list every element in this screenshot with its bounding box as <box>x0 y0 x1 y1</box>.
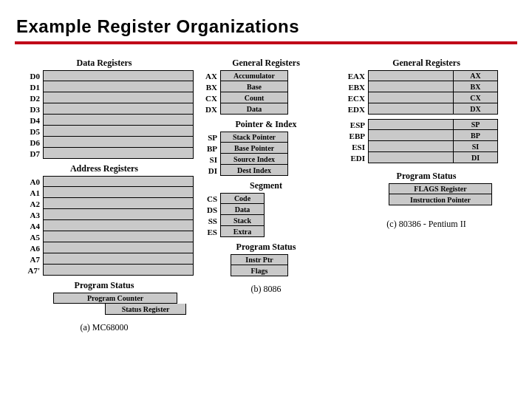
reg-box-left <box>368 103 454 115</box>
reg-label: A6 <box>15 242 43 253</box>
reg-d3: D3 <box>15 103 194 115</box>
reg-label: D4 <box>15 115 43 126</box>
reg-a0: A0 <box>15 176 194 187</box>
reg-box-right: DX <box>454 103 498 115</box>
reg-box-right: BP <box>454 130 498 141</box>
instruction-pointer-box: Instruction Pointer <box>389 194 492 205</box>
status-register-box: Status Register <box>105 304 186 315</box>
reg-label: ES <box>200 226 220 237</box>
data-registers-stack: D0 D1 D2 D3 D4 D5 D6 D7 <box>15 70 194 159</box>
reg-label: ESP <box>338 119 368 130</box>
reg-di: DIDest Index <box>200 165 332 176</box>
reg-edx: EDXDX <box>338 103 514 115</box>
reg-d2: D2 <box>15 92 194 103</box>
reg-box <box>43 137 194 148</box>
reg-edi: EDIDI <box>338 152 514 163</box>
columns: Data Registers D0 D1 D2 D3 D4 D5 D6 D7 A… <box>0 55 532 333</box>
reg-label: SI <box>200 154 220 165</box>
reg-ss: SSStack <box>200 215 332 226</box>
reg-label: DS <box>200 204 220 215</box>
program-counter-box: Program Counter <box>53 293 177 304</box>
reg-box: Extra <box>220 226 265 237</box>
reg-box <box>43 70 194 81</box>
segment-title: Segment <box>200 180 332 191</box>
reg-box <box>43 187 194 198</box>
reg-label: ECX <box>338 92 368 103</box>
reg-ds: DSData <box>200 204 332 215</box>
reg-box-right: AX <box>454 70 498 81</box>
reg-a1: A1 <box>15 187 194 198</box>
reg-box: Base <box>220 81 288 92</box>
data-registers-title: Data Registers <box>15 58 194 69</box>
reg-label: A5 <box>15 231 43 242</box>
reg-label: A3 <box>15 209 43 220</box>
general-registers-title-b: General Registers <box>200 58 332 69</box>
reg-a4: A4 <box>15 220 194 231</box>
reg-dx: DXData <box>200 103 332 115</box>
reg-label: D5 <box>15 126 43 137</box>
reg-box-right: DI <box>454 152 498 163</box>
reg-box <box>43 231 194 242</box>
reg-box-right: SI <box>454 141 498 152</box>
reg-label: DX <box>200 103 220 115</box>
reg-label: SP <box>200 132 220 143</box>
program-status-title-b: Program Status <box>200 242 332 253</box>
reg-label: A1 <box>15 187 43 198</box>
reg-box-left <box>368 92 454 103</box>
reg-label: EBX <box>338 81 368 92</box>
caption-b: (b) 8086 <box>200 284 332 295</box>
reg-box <box>43 148 194 159</box>
reg-box <box>43 209 194 220</box>
reg-box-right: BX <box>454 81 498 92</box>
program-status-title-c: Program Status <box>338 171 514 182</box>
col-mc68000: Data Registers D0 D1 D2 D3 D4 D5 D6 D7 A… <box>15 55 194 333</box>
reg-label: BP <box>200 143 220 154</box>
reg-label: CX <box>200 92 220 103</box>
reg-box <box>43 198 194 209</box>
reg-box <box>43 265 194 276</box>
reg-d5: D5 <box>15 126 194 137</box>
reg-label: A7' <box>15 265 43 276</box>
reg-si: SISource Index <box>200 154 332 165</box>
reg-ecx: ECXCX <box>338 92 514 103</box>
reg-box-left <box>368 141 454 152</box>
reg-label: EBP <box>338 130 368 141</box>
program-status-title-a: Program Status <box>15 280 194 291</box>
reg-label: A0 <box>15 176 43 187</box>
reg-d7: D7 <box>15 148 194 159</box>
reg-box: Count <box>220 92 288 103</box>
instr-ptr-box: Instr Ptr <box>231 254 288 265</box>
flags-box: Flags <box>231 265 288 276</box>
reg-box: Source Index <box>220 154 288 165</box>
reg-box <box>43 126 194 137</box>
reg-box: Data <box>220 204 265 215</box>
col-8086: General Registers AXAccumulator BXBase C… <box>200 55 332 295</box>
general-registers-stack-b: AXAccumulator BXBase CXCount DXData <box>200 70 332 115</box>
reg-box-right: SP <box>454 119 498 130</box>
reg-ebp: EBPBP <box>338 130 514 141</box>
reg-box: Data <box>220 103 288 115</box>
reg-a5: A5 <box>15 231 194 242</box>
reg-label: A2 <box>15 198 43 209</box>
reg-label: BX <box>200 81 220 92</box>
reg-box: Stack Pointer <box>220 132 288 143</box>
address-registers-stack: A0 A1 A2 A3 A4 A5 A6 A7 A7' <box>15 176 194 276</box>
general-registers-title-c: General Registers <box>338 58 514 69</box>
pointer-index-title: Pointer & Index <box>200 119 332 130</box>
reg-box: Dest Index <box>220 165 288 176</box>
reg-label: EAX <box>338 70 368 81</box>
reg-box <box>43 103 194 115</box>
reg-label: D6 <box>15 137 43 148</box>
general-registers-stack-c: EAXAX EBXBX ECXCX EDXDX <box>338 70 514 115</box>
reg-d4: D4 <box>15 115 194 126</box>
reg-label: D0 <box>15 70 43 81</box>
reg-box-left <box>368 130 454 141</box>
reg-d1: D1 <box>15 81 194 92</box>
reg-label: A4 <box>15 220 43 231</box>
reg-box <box>43 253 194 265</box>
reg-box-left <box>368 70 454 81</box>
reg-label: D3 <box>15 103 43 115</box>
reg-box <box>43 176 194 187</box>
pointer-registers-stack-c: ESPSP EBPBP ESISI EDIDI <box>338 119 514 163</box>
reg-sp: SPStack Pointer <box>200 132 332 143</box>
